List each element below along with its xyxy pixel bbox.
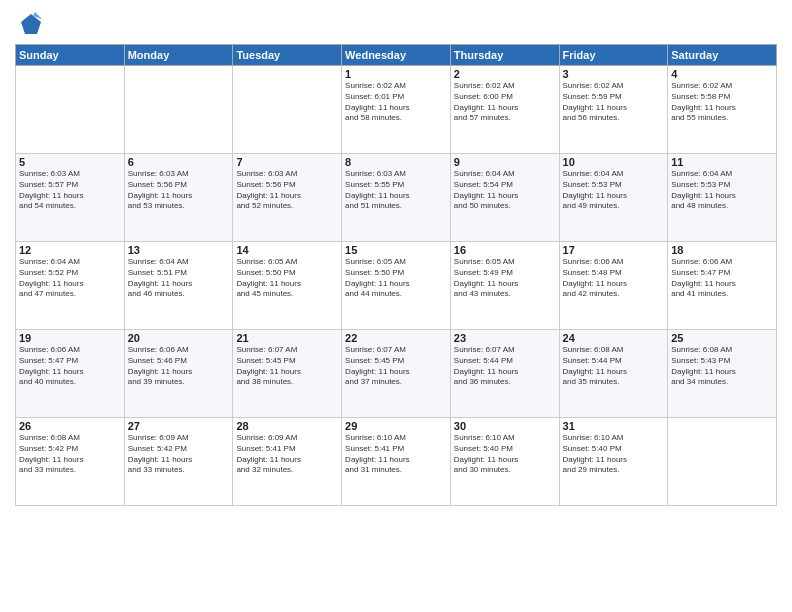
weekday-header-sunday: Sunday bbox=[16, 45, 125, 66]
day-info: Sunrise: 6:02 AM Sunset: 6:00 PM Dayligh… bbox=[454, 81, 556, 124]
calendar-cell: 23Sunrise: 6:07 AM Sunset: 5:44 PM Dayli… bbox=[450, 330, 559, 418]
day-info: Sunrise: 6:06 AM Sunset: 5:47 PM Dayligh… bbox=[671, 257, 773, 300]
day-number: 15 bbox=[345, 244, 447, 256]
day-number: 24 bbox=[563, 332, 665, 344]
day-number: 30 bbox=[454, 420, 556, 432]
header bbox=[15, 10, 777, 38]
calendar-cell: 31Sunrise: 6:10 AM Sunset: 5:40 PM Dayli… bbox=[559, 418, 668, 506]
day-info: Sunrise: 6:02 AM Sunset: 5:58 PM Dayligh… bbox=[671, 81, 773, 124]
day-number: 26 bbox=[19, 420, 121, 432]
day-number: 1 bbox=[345, 68, 447, 80]
day-info: Sunrise: 6:03 AM Sunset: 5:56 PM Dayligh… bbox=[128, 169, 230, 212]
calendar-cell: 9Sunrise: 6:04 AM Sunset: 5:54 PM Daylig… bbox=[450, 154, 559, 242]
weekday-header-friday: Friday bbox=[559, 45, 668, 66]
day-info: Sunrise: 6:09 AM Sunset: 5:42 PM Dayligh… bbox=[128, 433, 230, 476]
calendar-cell: 1Sunrise: 6:02 AM Sunset: 6:01 PM Daylig… bbox=[342, 66, 451, 154]
calendar-cell: 13Sunrise: 6:04 AM Sunset: 5:51 PM Dayli… bbox=[124, 242, 233, 330]
calendar-cell: 14Sunrise: 6:05 AM Sunset: 5:50 PM Dayli… bbox=[233, 242, 342, 330]
day-number: 9 bbox=[454, 156, 556, 168]
day-number: 8 bbox=[345, 156, 447, 168]
calendar-cell: 17Sunrise: 6:06 AM Sunset: 5:48 PM Dayli… bbox=[559, 242, 668, 330]
day-info: Sunrise: 6:06 AM Sunset: 5:48 PM Dayligh… bbox=[563, 257, 665, 300]
weekday-header-wednesday: Wednesday bbox=[342, 45, 451, 66]
day-info: Sunrise: 6:03 AM Sunset: 5:56 PM Dayligh… bbox=[236, 169, 338, 212]
day-number: 14 bbox=[236, 244, 338, 256]
day-number: 18 bbox=[671, 244, 773, 256]
day-number: 13 bbox=[128, 244, 230, 256]
weekday-header-thursday: Thursday bbox=[450, 45, 559, 66]
day-number: 22 bbox=[345, 332, 447, 344]
day-number: 27 bbox=[128, 420, 230, 432]
day-number: 4 bbox=[671, 68, 773, 80]
day-number: 31 bbox=[563, 420, 665, 432]
calendar-cell: 18Sunrise: 6:06 AM Sunset: 5:47 PM Dayli… bbox=[668, 242, 777, 330]
calendar-cell bbox=[668, 418, 777, 506]
weekday-header-tuesday: Tuesday bbox=[233, 45, 342, 66]
day-info: Sunrise: 6:06 AM Sunset: 5:47 PM Dayligh… bbox=[19, 345, 121, 388]
calendar-week-row: 5Sunrise: 6:03 AM Sunset: 5:57 PM Daylig… bbox=[16, 154, 777, 242]
calendar-week-row: 12Sunrise: 6:04 AM Sunset: 5:52 PM Dayli… bbox=[16, 242, 777, 330]
calendar-cell: 25Sunrise: 6:08 AM Sunset: 5:43 PM Dayli… bbox=[668, 330, 777, 418]
calendar-cell: 3Sunrise: 6:02 AM Sunset: 5:59 PM Daylig… bbox=[559, 66, 668, 154]
day-number: 19 bbox=[19, 332, 121, 344]
calendar-cell bbox=[124, 66, 233, 154]
calendar-cell: 10Sunrise: 6:04 AM Sunset: 5:53 PM Dayli… bbox=[559, 154, 668, 242]
calendar-cell: 19Sunrise: 6:06 AM Sunset: 5:47 PM Dayli… bbox=[16, 330, 125, 418]
page: SundayMondayTuesdayWednesdayThursdayFrid… bbox=[0, 0, 792, 612]
calendar-cell: 20Sunrise: 6:06 AM Sunset: 5:46 PM Dayli… bbox=[124, 330, 233, 418]
day-info: Sunrise: 6:07 AM Sunset: 5:45 PM Dayligh… bbox=[345, 345, 447, 388]
calendar-week-row: 19Sunrise: 6:06 AM Sunset: 5:47 PM Dayli… bbox=[16, 330, 777, 418]
day-info: Sunrise: 6:05 AM Sunset: 5:49 PM Dayligh… bbox=[454, 257, 556, 300]
day-number: 3 bbox=[563, 68, 665, 80]
day-info: Sunrise: 6:07 AM Sunset: 5:45 PM Dayligh… bbox=[236, 345, 338, 388]
weekday-header-saturday: Saturday bbox=[668, 45, 777, 66]
day-info: Sunrise: 6:08 AM Sunset: 5:43 PM Dayligh… bbox=[671, 345, 773, 388]
calendar-cell: 2Sunrise: 6:02 AM Sunset: 6:00 PM Daylig… bbox=[450, 66, 559, 154]
calendar-week-row: 26Sunrise: 6:08 AM Sunset: 5:42 PM Dayli… bbox=[16, 418, 777, 506]
calendar-cell: 27Sunrise: 6:09 AM Sunset: 5:42 PM Dayli… bbox=[124, 418, 233, 506]
day-number: 11 bbox=[671, 156, 773, 168]
day-number: 10 bbox=[563, 156, 665, 168]
day-info: Sunrise: 6:05 AM Sunset: 5:50 PM Dayligh… bbox=[345, 257, 447, 300]
day-info: Sunrise: 6:08 AM Sunset: 5:44 PM Dayligh… bbox=[563, 345, 665, 388]
calendar-cell bbox=[16, 66, 125, 154]
day-number: 23 bbox=[454, 332, 556, 344]
calendar-cell: 24Sunrise: 6:08 AM Sunset: 5:44 PM Dayli… bbox=[559, 330, 668, 418]
calendar-cell: 30Sunrise: 6:10 AM Sunset: 5:40 PM Dayli… bbox=[450, 418, 559, 506]
calendar-cell: 22Sunrise: 6:07 AM Sunset: 5:45 PM Dayli… bbox=[342, 330, 451, 418]
day-number: 2 bbox=[454, 68, 556, 80]
logo bbox=[15, 10, 47, 38]
day-info: Sunrise: 6:04 AM Sunset: 5:52 PM Dayligh… bbox=[19, 257, 121, 300]
calendar-cell: 28Sunrise: 6:09 AM Sunset: 5:41 PM Dayli… bbox=[233, 418, 342, 506]
day-number: 12 bbox=[19, 244, 121, 256]
calendar-cell: 4Sunrise: 6:02 AM Sunset: 5:58 PM Daylig… bbox=[668, 66, 777, 154]
day-number: 17 bbox=[563, 244, 665, 256]
day-info: Sunrise: 6:04 AM Sunset: 5:53 PM Dayligh… bbox=[563, 169, 665, 212]
day-number: 7 bbox=[236, 156, 338, 168]
calendar-cell: 11Sunrise: 6:04 AM Sunset: 5:53 PM Dayli… bbox=[668, 154, 777, 242]
calendar-cell: 26Sunrise: 6:08 AM Sunset: 5:42 PM Dayli… bbox=[16, 418, 125, 506]
day-info: Sunrise: 6:10 AM Sunset: 5:40 PM Dayligh… bbox=[454, 433, 556, 476]
day-info: Sunrise: 6:04 AM Sunset: 5:53 PM Dayligh… bbox=[671, 169, 773, 212]
day-number: 16 bbox=[454, 244, 556, 256]
calendar-cell: 15Sunrise: 6:05 AM Sunset: 5:50 PM Dayli… bbox=[342, 242, 451, 330]
day-info: Sunrise: 6:07 AM Sunset: 5:44 PM Dayligh… bbox=[454, 345, 556, 388]
calendar-week-row: 1Sunrise: 6:02 AM Sunset: 6:01 PM Daylig… bbox=[16, 66, 777, 154]
day-info: Sunrise: 6:10 AM Sunset: 5:41 PM Dayligh… bbox=[345, 433, 447, 476]
day-number: 25 bbox=[671, 332, 773, 344]
day-info: Sunrise: 6:02 AM Sunset: 5:59 PM Dayligh… bbox=[563, 81, 665, 124]
day-info: Sunrise: 6:05 AM Sunset: 5:50 PM Dayligh… bbox=[236, 257, 338, 300]
calendar-cell bbox=[233, 66, 342, 154]
calendar-cell: 16Sunrise: 6:05 AM Sunset: 5:49 PM Dayli… bbox=[450, 242, 559, 330]
day-number: 5 bbox=[19, 156, 121, 168]
calendar-cell: 8Sunrise: 6:03 AM Sunset: 5:55 PM Daylig… bbox=[342, 154, 451, 242]
calendar-cell: 29Sunrise: 6:10 AM Sunset: 5:41 PM Dayli… bbox=[342, 418, 451, 506]
day-number: 28 bbox=[236, 420, 338, 432]
calendar-cell: 7Sunrise: 6:03 AM Sunset: 5:56 PM Daylig… bbox=[233, 154, 342, 242]
day-info: Sunrise: 6:02 AM Sunset: 6:01 PM Dayligh… bbox=[345, 81, 447, 124]
day-info: Sunrise: 6:04 AM Sunset: 5:51 PM Dayligh… bbox=[128, 257, 230, 300]
calendar-cell: 12Sunrise: 6:04 AM Sunset: 5:52 PM Dayli… bbox=[16, 242, 125, 330]
day-info: Sunrise: 6:03 AM Sunset: 5:57 PM Dayligh… bbox=[19, 169, 121, 212]
calendar-cell: 5Sunrise: 6:03 AM Sunset: 5:57 PM Daylig… bbox=[16, 154, 125, 242]
day-info: Sunrise: 6:09 AM Sunset: 5:41 PM Dayligh… bbox=[236, 433, 338, 476]
